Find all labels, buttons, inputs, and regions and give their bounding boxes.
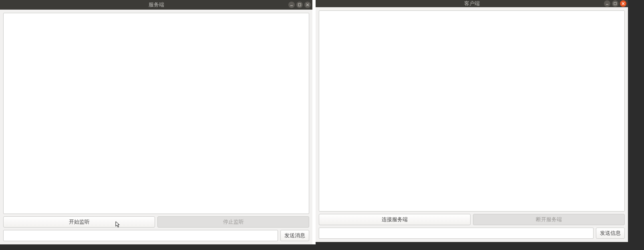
client-send-button[interactable]: 发送信息 xyxy=(596,228,625,239)
stop-listen-button[interactable]: 停止监听 xyxy=(157,216,309,228)
server-window: 服务端 开始监听 停止监听 发送消息 xyxy=(0,0,312,244)
server-send-button[interactable]: 发送消息 xyxy=(280,230,309,241)
server-window-title: 服务端 xyxy=(149,1,164,8)
minimize-icon[interactable] xyxy=(288,2,295,8)
client-window-title: 客户端 xyxy=(464,0,480,7)
server-input-row: 发送消息 xyxy=(3,230,309,241)
server-button-row: 开始监听 停止监听 xyxy=(3,216,309,228)
minimize-icon[interactable] xyxy=(604,0,610,7)
client-window-controls xyxy=(604,0,626,7)
svg-rect-1 xyxy=(298,4,301,6)
client-content: 连接服务端 断开服务端 发送信息 xyxy=(316,7,628,242)
maximize-icon[interactable] xyxy=(296,2,303,8)
disconnect-button[interactable]: 断开服务端 xyxy=(473,214,625,225)
server-content: 开始监听 停止监听 发送消息 xyxy=(0,10,312,244)
server-log-textarea[interactable] xyxy=(3,13,309,214)
client-button-row: 连接服务端 断开服务端 xyxy=(319,214,625,225)
client-log-textarea[interactable] xyxy=(319,10,625,212)
server-window-controls xyxy=(288,2,311,8)
server-message-input[interactable] xyxy=(3,230,278,241)
svg-rect-5 xyxy=(614,2,616,5)
client-titlebar: 客户端 xyxy=(316,0,628,7)
connect-button[interactable]: 连接服务端 xyxy=(319,214,471,225)
maximize-icon[interactable] xyxy=(612,0,618,7)
close-icon[interactable] xyxy=(620,0,626,7)
background-editor-sliver xyxy=(312,0,316,244)
client-input-row: 发送信息 xyxy=(319,228,625,239)
client-message-input[interactable] xyxy=(319,228,594,239)
client-window: 客户端 连接服务端 断开服务端 发送信息 xyxy=(316,0,628,242)
close-icon[interactable] xyxy=(304,2,311,8)
server-titlebar: 服务端 xyxy=(0,0,312,10)
start-listen-button[interactable]: 开始监听 xyxy=(3,216,155,228)
